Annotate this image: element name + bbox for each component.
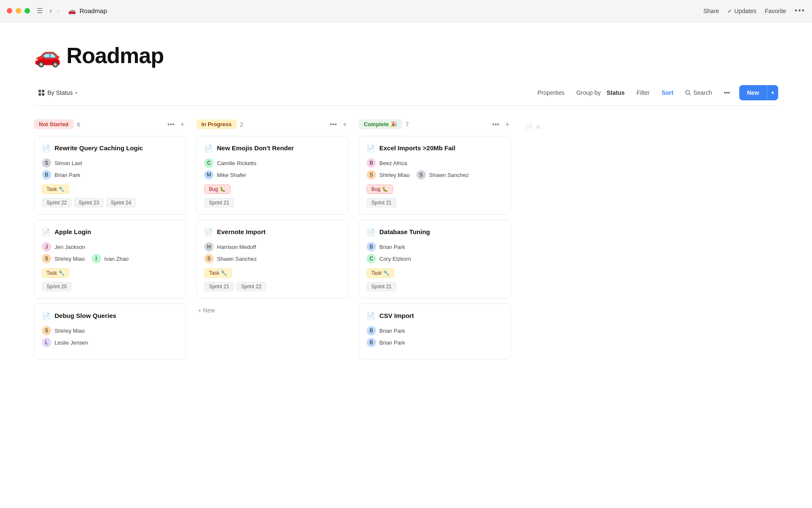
page-title-row: 🚗 Roadmap bbox=[34, 42, 778, 68]
card-complete-2[interactable]: 📄 CSV Import B Brian Park B Brian Park bbox=[359, 304, 511, 359]
card-tag: Task 🔧 bbox=[204, 268, 232, 278]
traffic-lights bbox=[7, 8, 30, 14]
column-actions-not-started: ••• + bbox=[166, 120, 186, 129]
column-header-in-progress: In Progress2 ••• + bbox=[196, 119, 348, 129]
card-sprints: Sprint 20 bbox=[42, 282, 178, 291]
card-tags: Task 🔧 bbox=[42, 268, 178, 278]
search-label: Search bbox=[693, 89, 712, 96]
document-icon: 📄 bbox=[204, 144, 213, 152]
assignee-row: S Shirley Miao bbox=[42, 326, 178, 335]
svg-rect-0 bbox=[38, 90, 41, 92]
assignee-name: Jen Jackson bbox=[55, 244, 85, 250]
column-add-button-complete[interactable]: + bbox=[504, 120, 511, 129]
avatar: S bbox=[417, 170, 426, 179]
column-count-complete: 7 bbox=[406, 121, 409, 128]
card-title-row: 📄 CSV Import bbox=[367, 312, 503, 320]
assignee-row: B Beez Africa bbox=[367, 158, 503, 168]
card-tags: Task 🔧 bbox=[204, 268, 340, 278]
card-tag: Task 🔧 bbox=[42, 268, 69, 278]
sort-button[interactable]: Sort bbox=[656, 87, 678, 99]
card-title: Database Tuning bbox=[379, 228, 430, 236]
card-in-progress-0[interactable]: 📄 New Emojis Don't Render C Camille Rick… bbox=[196, 136, 348, 215]
column-add-button-in-progress[interactable]: + bbox=[341, 120, 348, 129]
column-more-button-not-started[interactable]: ••• bbox=[166, 120, 176, 129]
card-not-started-0[interactable]: 📄 Rewrite Query Caching Logic S Simon La… bbox=[34, 136, 186, 215]
column-more-button-in-progress[interactable]: ••• bbox=[328, 120, 339, 129]
card-in-progress-1[interactable]: 📄 Evernote Import H Harrison Medoff S Sh… bbox=[196, 220, 348, 298]
sprint-tag: Sprint 21 bbox=[204, 282, 234, 291]
card-not-started-1[interactable]: 📄 Apple Login J Jen Jackson S Shirley Mi… bbox=[34, 220, 186, 298]
page-title-emoji: 🚗 bbox=[34, 42, 61, 68]
column-actions-in-progress: ••• + bbox=[328, 120, 348, 129]
sprint-tag: Sprint 24 bbox=[106, 198, 136, 207]
card-complete-1[interactable]: 📄 Database Tuning B Brian Park C Cory Et… bbox=[359, 220, 511, 298]
new-main-button[interactable]: New bbox=[739, 85, 767, 100]
by-status-label: By Status bbox=[47, 89, 73, 96]
back-button[interactable]: ‹ bbox=[48, 6, 54, 16]
card-sprints: Sprint 21 bbox=[204, 198, 340, 207]
by-status-button[interactable]: By Status ▾ bbox=[34, 87, 82, 99]
avatar: B bbox=[367, 326, 376, 335]
sidebar-toggle-icon[interactable]: ☰ bbox=[37, 7, 43, 15]
document-icon: 📄 bbox=[42, 228, 50, 236]
avatar: L bbox=[42, 338, 51, 347]
status-badge-complete: Complete 🎉 bbox=[359, 119, 402, 129]
card-tag: Task 🔧 bbox=[367, 268, 394, 278]
status-badge-not-started: Not Started bbox=[34, 119, 74, 129]
assignee-row: L Leslie Jensen bbox=[42, 338, 178, 347]
forward-button[interactable]: › bbox=[55, 6, 61, 16]
filter-button[interactable]: Filter bbox=[631, 87, 655, 99]
assignee-name: Brian Park bbox=[55, 172, 80, 178]
card-complete-0[interactable]: 📄 Excel Imports >20Mb Fail B Beez Africa… bbox=[359, 136, 511, 215]
card-title: CSV Import bbox=[379, 312, 414, 320]
assignee-row: C Cory Etzkorn bbox=[367, 254, 503, 263]
new-dropdown-chevron-icon: ▾ bbox=[771, 90, 774, 96]
add-new-in-in-progress[interactable]: + New bbox=[196, 304, 348, 317]
search-button[interactable]: Search bbox=[680, 87, 717, 99]
maximize-button[interactable] bbox=[25, 8, 30, 14]
document-icon: 📄 bbox=[42, 312, 50, 320]
toolbar: By Status ▾ Properties Group by Status F… bbox=[34, 85, 778, 106]
new-dropdown-button[interactable]: ▾ bbox=[767, 85, 778, 100]
assignee-name: Mike Shafer bbox=[217, 172, 246, 178]
share-button[interactable]: Share bbox=[703, 8, 719, 14]
avatar: S bbox=[367, 170, 376, 179]
column-add-button-not-started[interactable]: + bbox=[179, 120, 186, 129]
favorite-button[interactable]: Favorite bbox=[765, 8, 787, 14]
column-count-not-started: 6 bbox=[77, 121, 80, 128]
assignee-name: Camille Ricketts bbox=[217, 160, 256, 166]
assignee-row: B Brian Park bbox=[367, 338, 503, 347]
properties-button[interactable]: Properties bbox=[532, 87, 570, 99]
assignee-row: B Brian Park bbox=[367, 242, 503, 251]
sprint-tag: Sprint 21 bbox=[367, 198, 396, 207]
card-title: Rewrite Query Caching Logic bbox=[55, 144, 143, 152]
column-actions-complete: ••• + bbox=[491, 120, 511, 129]
filter-label: Filter bbox=[636, 89, 650, 96]
assignee-name: Brian Park bbox=[379, 244, 405, 250]
column-more-button-complete[interactable]: ••• bbox=[491, 120, 501, 129]
assignee-row: H Harrison Medoff bbox=[204, 242, 340, 251]
column-header-not-started: Not Started6 ••• + bbox=[34, 119, 186, 129]
card-not-started-2[interactable]: 📄 Debug Slow Queries S Shirley Miao L Le… bbox=[34, 304, 186, 359]
card-sprints: Sprint 22Sprint 23Sprint 24 bbox=[42, 198, 178, 207]
new-button-group: New ▾ bbox=[739, 85, 778, 100]
column-hidden: 📄 N bbox=[521, 119, 546, 134]
avatar: B bbox=[367, 338, 376, 347]
grid-view-icon bbox=[38, 89, 45, 96]
card-title-row: 📄 Rewrite Query Caching Logic bbox=[42, 144, 178, 152]
assignee-row: B Brian Park bbox=[42, 170, 178, 179]
card-tags: Bug 🐛 bbox=[204, 185, 340, 194]
card-tag: Task 🔧 bbox=[42, 185, 69, 194]
card-title: Debug Slow Queries bbox=[55, 312, 116, 320]
updates-button[interactable]: ✓ Updates bbox=[727, 8, 756, 14]
close-button[interactable] bbox=[7, 8, 12, 14]
card-sprints: Sprint 21 bbox=[367, 282, 503, 291]
group-by-button[interactable]: Group by Status bbox=[571, 87, 630, 99]
assignee-name: Beez Africa bbox=[379, 160, 407, 166]
svg-rect-2 bbox=[38, 93, 41, 96]
more-toolbar-options-button[interactable]: ••• bbox=[719, 87, 735, 99]
minimize-button[interactable] bbox=[16, 8, 21, 14]
more-options-button[interactable]: ••• bbox=[795, 6, 805, 15]
group-by-value: Status bbox=[606, 89, 625, 96]
assignee-row: M Mike Shafer bbox=[204, 170, 340, 179]
